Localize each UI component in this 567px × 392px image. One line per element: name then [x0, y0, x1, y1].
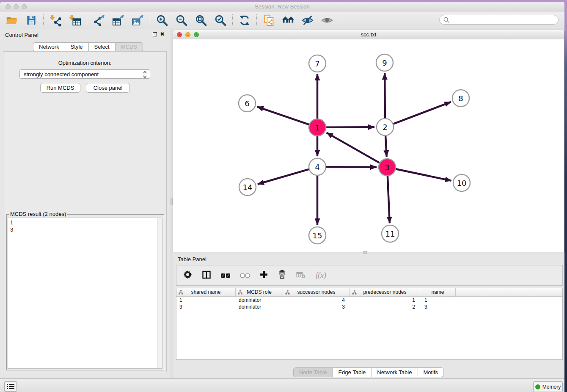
zoom-out-icon[interactable] [175, 14, 188, 27]
first-neighbors-icon[interactable] [282, 14, 295, 27]
mcds-panel: Optimization criterion: strongly connect… [3, 51, 167, 372]
zoom-selected-icon[interactable] [214, 14, 227, 27]
app-title-bar: Session: New Session [0, 2, 564, 12]
task-history-button[interactable] [4, 381, 17, 392]
tab-edge-table[interactable]: Edge Table [333, 367, 372, 377]
export-image-icon[interactable] [132, 14, 144, 27]
save-session-icon[interactable] [25, 14, 38, 27]
float-panel-icon[interactable] [153, 32, 157, 36]
export-network-icon[interactable] [93, 14, 105, 27]
splitter-grip[interactable] [363, 251, 367, 254]
column-header-mcds-role[interactable]: MCDS role [236, 288, 283, 296]
table-row[interactable]: 1 dominator 4 1 1 [176, 297, 562, 304]
search-field[interactable] [439, 15, 559, 25]
control-panel-header: Control Panel ✖ [0, 28, 170, 41]
zoom-fit-icon[interactable] [195, 14, 207, 27]
tab-select[interactable]: Select [89, 42, 116, 52]
tab-motifs[interactable]: Motifs [418, 367, 444, 377]
node-7[interactable]: 7 [309, 55, 326, 72]
memory-button[interactable]: Memory [533, 381, 563, 392]
vertical-splitter[interactable] [170, 28, 173, 378]
svg-text:8: 8 [458, 94, 463, 103]
hide-graphics-details-icon[interactable] [301, 14, 314, 27]
criterion-value: strongly connected component [24, 71, 99, 77]
node-8[interactable]: 8 [452, 90, 469, 107]
mcds-result-title: MCDS result (2 nodes) [9, 211, 67, 217]
network-canvas[interactable]: 7968124314101511 [173, 39, 564, 252]
add-column-icon[interactable] [260, 271, 268, 280]
delete-column-icon[interactable] [278, 270, 286, 281]
select-all-icon[interactable]: ✓✓ [221, 273, 230, 278]
main-toolbar [0, 12, 564, 28]
tab-network-table[interactable]: Network Table [372, 367, 418, 377]
import-network-icon[interactable] [49, 14, 62, 27]
table-toolbar: ✓✓ f(x) [176, 265, 563, 286]
node-14[interactable]: 14 [239, 179, 256, 196]
dropdown-stepper-icon [143, 71, 147, 78]
desktop-background: Session: New Session [0, 0, 567, 392]
node-11[interactable]: 11 [382, 225, 399, 242]
tab-mcds[interactable]: MCDS [116, 42, 143, 52]
optimization-criterion-label: Optimization criterion: [3, 60, 166, 66]
splitter-grip[interactable] [170, 198, 173, 205]
new-network-from-selection-icon[interactable] [262, 14, 275, 27]
search-input[interactable] [451, 17, 558, 23]
table-panel: Table Panel ✖ ✓✓ f(x) sha [173, 254, 564, 378]
edge-2-3[interactable] [385, 136, 387, 157]
app-title: Session: New Session [0, 3, 564, 10]
node-6[interactable]: 6 [239, 95, 256, 112]
edge-2-9[interactable] [385, 73, 385, 118]
show-graphics-details-icon[interactable] [321, 14, 333, 27]
node-1[interactable]: 1 [309, 119, 326, 136]
import-table-icon[interactable] [69, 14, 81, 27]
edge-3-1[interactable] [327, 133, 380, 163]
search-icon [443, 17, 450, 23]
column-header-shared-name[interactable]: shared name [176, 288, 236, 296]
node-table: shared name MCDS role successor nodes pr… [176, 288, 563, 360]
node-3[interactable]: 3 [379, 159, 396, 176]
svg-text:14: 14 [243, 183, 253, 192]
mcds-result-textarea[interactable]: 1 3 [8, 218, 162, 369]
deselect-all-icon[interactable] [240, 273, 250, 278]
node-9[interactable]: 9 [376, 54, 393, 71]
column-header-successor-nodes[interactable]: successor nodes [283, 288, 350, 296]
svg-text:1: 1 [315, 123, 319, 132]
tab-style[interactable]: Style [65, 42, 89, 52]
svg-text:4: 4 [315, 163, 319, 171]
column-header-filler [456, 288, 562, 296]
run-mcds-button[interactable]: Run MCDS [40, 83, 80, 93]
network-window-title: scc.txt [173, 31, 564, 38]
refresh-layout-icon[interactable] [238, 14, 251, 27]
edge-2-8[interactable] [394, 102, 451, 124]
table-row[interactable]: 3 dominator 3 2 3 [176, 304, 562, 310]
edge-4-14[interactable] [258, 169, 309, 184]
criterion-dropdown[interactable]: strongly connected component [19, 69, 150, 79]
result-scrollbar[interactable] [157, 218, 162, 368]
node-2[interactable]: 2 [377, 119, 394, 135]
close-panel-icon[interactable]: ✖ [160, 31, 165, 37]
result-line: 3 [10, 226, 162, 233]
application-window: Session: New Session [0, 2, 564, 392]
edge-3-11[interactable] [388, 176, 390, 223]
zoom-in-icon[interactable] [156, 14, 168, 27]
edge-1-2[interactable] [326, 127, 374, 127]
edge-4-3[interactable] [326, 167, 377, 167]
column-settings-gear-icon[interactable] [183, 270, 192, 281]
node-4[interactable]: 4 [309, 158, 326, 175]
open-session-icon[interactable] [6, 14, 18, 27]
tab-node-table[interactable]: Node Table [293, 367, 333, 377]
column-header-name[interactable]: name [420, 288, 456, 296]
close-panel-button[interactable]: Close panel [86, 83, 130, 93]
column-header-predecessor-nodes[interactable]: predecessor nodes [350, 288, 420, 296]
toggle-panel-columns-icon[interactable] [202, 271, 211, 281]
node-10[interactable]: 10 [453, 174, 470, 191]
edge-1-6[interactable] [257, 107, 309, 124]
node-15[interactable]: 15 [309, 227, 326, 244]
svg-text:2: 2 [383, 123, 387, 132]
result-line: 1 [10, 219, 162, 226]
edge-3-10[interactable] [396, 169, 451, 181]
network-window-title-bar[interactable]: ✕ − + scc.txt [173, 30, 564, 40]
table-panel-title: Table Panel [178, 256, 206, 262]
tab-network[interactable]: Network [33, 42, 65, 52]
export-table-icon[interactable] [112, 14, 125, 27]
